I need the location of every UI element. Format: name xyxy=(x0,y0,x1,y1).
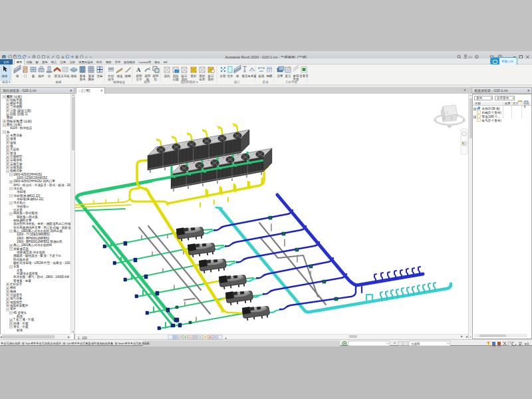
svg-text:窗: 窗 xyxy=(32,74,35,78)
svg-text:墙: 墙 xyxy=(15,74,19,78)
svg-text:面积: 面积 xyxy=(191,74,198,78)
svg-text:A: A xyxy=(136,66,141,73)
svg-text:查看器: 查看器 xyxy=(299,74,309,78)
svg-text:扶手: 扶手 xyxy=(108,77,115,81)
svg-text:选择 ▾: 选择 ▾ xyxy=(2,80,11,84)
svg-text:楼板: 楼板 xyxy=(70,74,78,78)
svg-text:楼梯: 楼梯 xyxy=(124,74,132,78)
svg-text:坡道: 坡道 xyxy=(116,74,124,78)
svg-text:显示: 显示 xyxy=(285,74,292,78)
svg-text:竖梃: 竖梃 xyxy=(97,74,104,78)
svg-text:墙: 墙 xyxy=(235,74,239,78)
svg-text:面积: 面积 xyxy=(208,78,215,81)
svg-text:构建: 构建 xyxy=(55,80,63,84)
svg-text:竖井: 竖井 xyxy=(227,74,234,78)
svg-text:门: 门 xyxy=(24,74,27,78)
svg-text:◂: ◂ xyxy=(225,336,227,340)
svg-text:按面: 按面 xyxy=(219,74,227,78)
svg-text:前: 前 xyxy=(443,117,446,120)
svg-text:构件: 构件 xyxy=(38,74,45,78)
svg-text:洞口: 洞口 xyxy=(234,80,240,84)
svg-text:组: 组 xyxy=(154,78,158,81)
svg-text:线: 线 xyxy=(146,78,150,81)
svg-text:左: 左 xyxy=(450,116,453,120)
svg-text:边界: 边界 xyxy=(200,78,206,81)
svg-text:A: A xyxy=(209,336,211,339)
svg-text:修改: 修改 xyxy=(2,74,9,78)
svg-text:房间: 房间 xyxy=(164,74,171,78)
svg-text:系统: 系统 xyxy=(80,77,86,82)
svg-text:平面: 平面 xyxy=(293,78,300,81)
svg-text:标高: 标高 xyxy=(258,74,265,78)
svg-text:文字: 文字 xyxy=(136,78,143,81)
svg-text:分隔: 分隔 xyxy=(173,78,180,82)
svg-text:上: 上 xyxy=(445,110,448,114)
svg-text:1 : 100: 1 : 100 xyxy=(78,336,87,340)
svg-text:轴网: 轴网 xyxy=(267,74,273,78)
svg-text:天花板: 天花板 xyxy=(61,74,70,78)
svg-text:基准: 基准 xyxy=(263,80,269,84)
svg-text:设置: 设置 xyxy=(277,74,284,78)
svg-text:柱: 柱 xyxy=(48,74,51,78)
svg-text:▼0: ▼0 xyxy=(524,342,529,346)
svg-text:屋顶: 屋顶 xyxy=(55,74,61,78)
svg-text:网格: 网格 xyxy=(88,77,95,81)
svg-text:主模型: 主模型 xyxy=(411,342,420,346)
svg-text:楼梯坡道: 楼梯坡道 xyxy=(112,80,126,84)
